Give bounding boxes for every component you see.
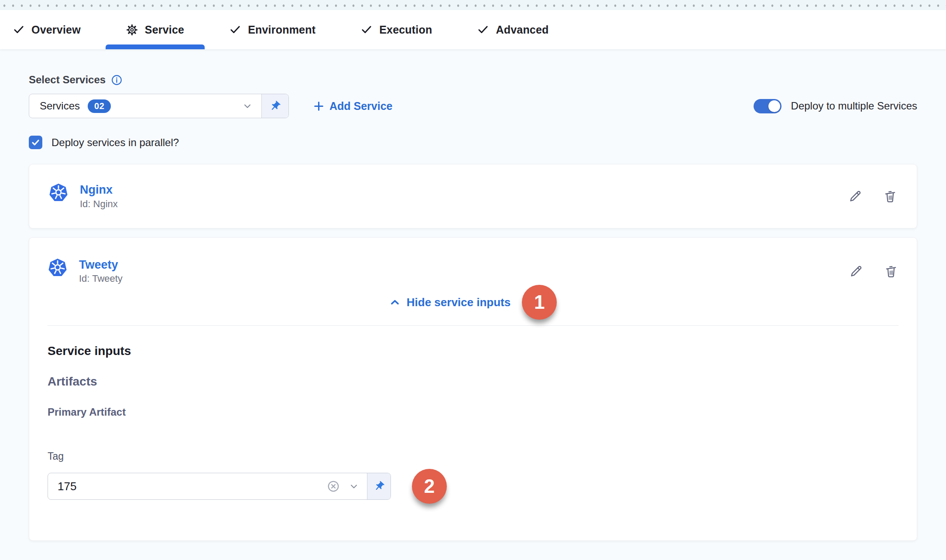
- pushpin-icon: [374, 481, 385, 492]
- tag-input[interactable]: [48, 473, 327, 499]
- toggle-knob: [768, 100, 780, 112]
- services-dropdown-value: Services: [40, 100, 80, 112]
- artifacts-heading: Artifacts: [48, 375, 898, 389]
- deploy-multiple-services-label: Deploy to multiple Services: [791, 100, 917, 112]
- service-inputs-heading: Service inputs: [48, 344, 898, 358]
- pin-runtime-input-button[interactable]: [261, 94, 288, 118]
- services-dropdown-main: Services 02: [29, 94, 261, 118]
- service-name-link[interactable]: Nginx: [80, 183, 118, 197]
- check-icon: [230, 24, 241, 35]
- tab-service[interactable]: Service: [126, 10, 184, 49]
- services-dropdown[interactable]: Services 02: [29, 94, 289, 118]
- services-count-badge: 02: [88, 99, 111, 113]
- edit-service-button[interactable]: [848, 189, 863, 204]
- tab-label: Execution: [379, 24, 432, 36]
- annotation-badge-1: 1: [522, 285, 557, 320]
- tab-advanced[interactable]: Advanced: [477, 10, 548, 49]
- service-id-text: Id: Nginx: [80, 198, 118, 210]
- tab-overview[interactable]: Overview: [13, 10, 81, 49]
- tag-input-group: [48, 473, 391, 500]
- tab-execution[interactable]: Execution: [361, 10, 432, 49]
- check-icon: [361, 24, 372, 35]
- tag-field-label: Tag: [48, 451, 898, 462]
- pushpin-icon: [269, 100, 281, 112]
- select-services-label: Select Services: [29, 74, 106, 86]
- service-tab-content: Select Services Services 02: [0, 74, 946, 541]
- clear-value-icon[interactable]: [327, 480, 340, 493]
- deploy-multiple-services-toggle[interactable]: [754, 99, 781, 113]
- tab-label: Service: [145, 24, 184, 36]
- add-service-button[interactable]: Add Service: [313, 100, 393, 113]
- deploy-parallel-checkbox[interactable]: [29, 136, 42, 149]
- pin-runtime-input-button[interactable]: [367, 473, 391, 499]
- primary-artifact-heading: Primary Artifact: [48, 406, 898, 418]
- chevron-up-icon: [389, 297, 401, 308]
- service-card-nginx: Nginx Id: Nginx: [29, 164, 917, 229]
- hide-service-inputs-button[interactable]: Hide service inputs: [389, 296, 511, 309]
- card-divider: [48, 325, 898, 326]
- plus-icon: [313, 101, 324, 112]
- check-icon: [477, 24, 489, 35]
- check-icon: [13, 24, 24, 35]
- gear-icon: [126, 24, 138, 36]
- add-service-label: Add Service: [329, 100, 393, 113]
- delete-service-button[interactable]: [884, 264, 898, 279]
- hide-service-inputs-label: Hide service inputs: [407, 296, 511, 309]
- service-name-link[interactable]: Tweety: [79, 258, 123, 272]
- tab-environment[interactable]: Environment: [230, 10, 315, 49]
- kubernetes-icon: [48, 258, 68, 278]
- deploy-parallel-label[interactable]: Deploy services in parallel?: [51, 137, 179, 149]
- tab-label: Overview: [31, 24, 81, 36]
- info-icon[interactable]: [111, 74, 123, 86]
- chevron-down-icon[interactable]: [349, 481, 359, 492]
- canvas-dotted-background: [0, 0, 946, 10]
- tab-label: Advanced: [496, 24, 548, 36]
- service-id-text: Id: Tweety: [79, 273, 123, 284]
- tab-label: Environment: [248, 24, 315, 36]
- service-stage-config-screen: Overview Service Environment: [0, 0, 946, 560]
- kubernetes-icon: [48, 183, 69, 203]
- chevron-down-icon: [242, 101, 253, 111]
- edit-service-button[interactable]: [849, 264, 864, 279]
- annotation-badge-2: 2: [412, 469, 447, 504]
- service-card-tweety: Tweety Id: Tweety: [29, 237, 917, 541]
- stage-tabbar: Overview Service Environment: [0, 10, 946, 49]
- delete-service-button[interactable]: [883, 189, 898, 204]
